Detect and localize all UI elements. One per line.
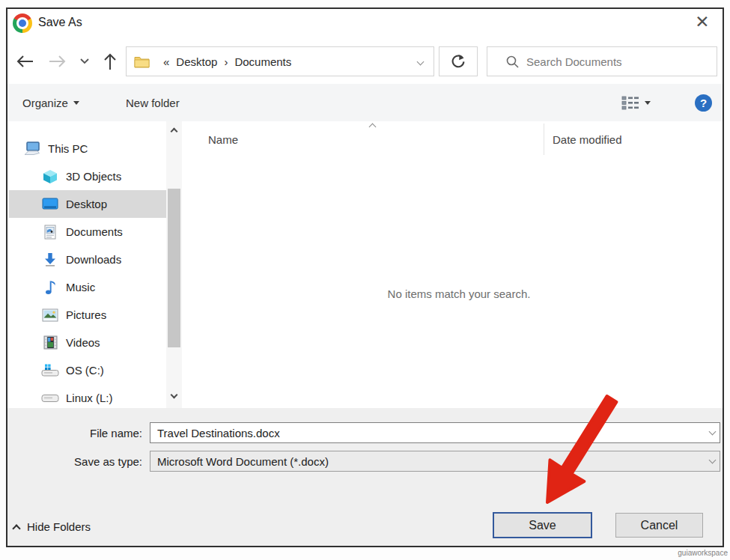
navigation-pane: This PC 3D Objects Desktop Documents — [7, 121, 166, 408]
pictures-icon — [40, 308, 60, 322]
sidebar-item-videos[interactable]: Videos — [9, 329, 166, 356]
videos-icon — [40, 335, 60, 350]
save-button[interactable]: Save — [493, 512, 592, 538]
documents-icon — [40, 225, 60, 240]
hide-folders-label: Hide Folders — [27, 520, 91, 533]
navigation-bar: « Desktop › Documents — [7, 42, 723, 81]
organize-label: Organize — [22, 97, 68, 109]
back-button[interactable] — [13, 51, 36, 72]
recent-locations-button[interactable] — [76, 51, 93, 72]
title-bar: Save As ✕ — [7, 9, 723, 42]
file-list: Name Date modified No items match your s… — [186, 121, 723, 408]
help-button[interactable]: ? — [695, 94, 712, 112]
breadcrumb-desktop[interactable]: Desktop — [176, 55, 217, 68]
sidebar-scrollbar[interactable] — [166, 121, 182, 408]
organize-button[interactable]: Organize — [22, 84, 79, 121]
column-divider[interactable] — [544, 124, 544, 155]
up-arrow-icon — [103, 52, 118, 71]
sidebar-item-this-pc[interactable]: This PC — [9, 135, 166, 162]
column-header-date-modified[interactable]: Date modified — [553, 133, 622, 146]
chrome-logo-icon — [13, 13, 32, 33]
sidebar-item-desktop[interactable]: Desktop — [9, 190, 166, 218]
sidebar-item-downloads[interactable]: Downloads — [9, 246, 166, 273]
breadcrumb-separator: › — [224, 55, 228, 68]
forward-arrow-icon — [48, 54, 67, 69]
address-bar[interactable]: « Desktop › Documents — [126, 46, 434, 76]
back-arrow-icon — [15, 54, 34, 69]
chevron-down-icon — [80, 58, 89, 64]
organize-dropdown-icon — [73, 101, 79, 105]
scrollbar-thumb[interactable] — [168, 189, 180, 347]
scroll-down-icon[interactable] — [171, 392, 178, 399]
sidebar-item-pictures[interactable]: Pictures — [9, 301, 166, 329]
address-dropdown-icon[interactable] — [417, 58, 425, 66]
sidebar-item-os-c[interactable]: OS (C:) — [9, 356, 166, 384]
refresh-button[interactable] — [439, 46, 478, 76]
search-box — [487, 46, 717, 76]
refresh-icon — [450, 53, 466, 70]
save-as-type-select[interactable]: Microsoft Word Document (*.docx) — [150, 451, 720, 472]
sidebar-item-linux-l[interactable]: Linux (L:) — [9, 384, 166, 408]
downloads-icon — [40, 252, 60, 267]
sidebar-item-documents[interactable]: Documents — [9, 218, 166, 246]
breadcrumb-documents[interactable]: Documents — [234, 55, 291, 68]
cancel-button[interactable]: Cancel — [615, 513, 703, 538]
file-save-panel: File name: Save as type: Microsoft Word … — [7, 408, 723, 546]
linux-drive-icon — [40, 394, 60, 403]
folder-icon — [134, 55, 150, 68]
views-dropdown-icon — [645, 101, 651, 105]
scroll-up-icon[interactable] — [171, 128, 178, 136]
search-input[interactable] — [526, 47, 710, 76]
window-title: Save As — [38, 16, 82, 29]
empty-list-message: No items match your search. — [305, 287, 612, 300]
close-icon[interactable]: ✕ — [691, 10, 714, 33]
watermark: guiaworkspace — [678, 549, 728, 557]
new-folder-button[interactable]: New folder — [126, 84, 180, 121]
desktop-icon — [40, 198, 60, 210]
save-as-dialog: Save As ✕ « Desktop › Documents — [6, 7, 724, 547]
content-area: This PC 3D Objects Desktop Documents — [7, 121, 723, 408]
sidebar-item-3d-objects[interactable]: 3D Objects — [9, 162, 166, 190]
os-drive-icon — [40, 364, 60, 377]
this-pc-icon — [22, 141, 42, 156]
details-view-icon — [621, 95, 639, 111]
file-name-input[interactable] — [150, 422, 720, 443]
column-header-name[interactable]: Name — [208, 133, 238, 146]
breadcrumb-collapse[interactable]: « — [163, 55, 169, 68]
up-button[interactable] — [99, 51, 121, 72]
new-folder-label: New folder — [126, 97, 180, 109]
file-name-label: File name: — [7, 427, 142, 439]
search-icon — [505, 55, 520, 69]
save-as-type-label: Save as type: — [7, 455, 142, 468]
sort-ascending-icon[interactable] — [369, 124, 377, 131]
command-toolbar: Organize New folder ? — [7, 84, 723, 121]
chevron-up-icon — [12, 524, 20, 532]
views-button[interactable] — [621, 84, 651, 121]
hide-folders-button[interactable]: Hide Folders — [13, 520, 91, 533]
3d-objects-icon — [40, 169, 60, 184]
forward-button[interactable] — [46, 51, 69, 72]
music-icon — [40, 280, 60, 295]
sidebar-item-music[interactable]: Music — [9, 273, 166, 301]
